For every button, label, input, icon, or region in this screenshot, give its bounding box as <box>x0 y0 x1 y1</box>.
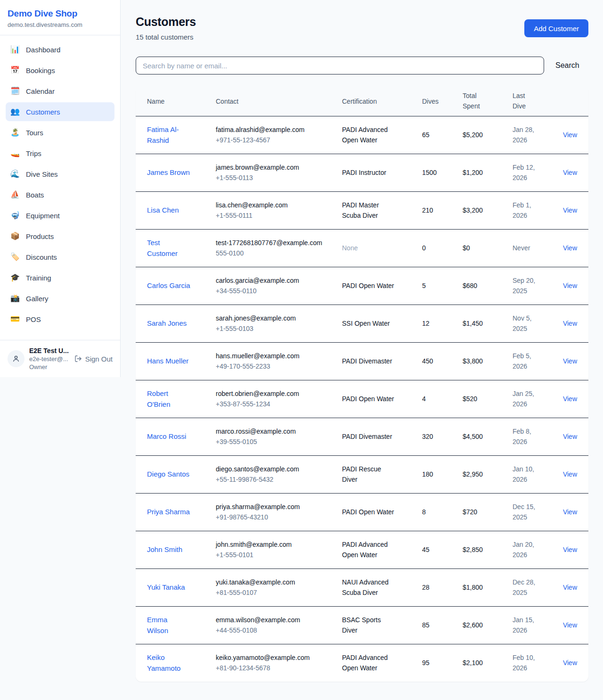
customer-name-link[interactable]: Yuki Tanaka <box>147 582 185 593</box>
customer-email: marco.rossi@example.com <box>216 426 334 436</box>
customer-dives: 320 <box>422 418 463 455</box>
sidebar-item-label: Dive Sites <box>26 171 58 178</box>
view-customer-link[interactable]: View <box>563 584 577 591</box>
customer-total-spent: $2,850 <box>463 531 513 568</box>
sidebar-item-pos[interactable]: 💳 POS <box>6 310 114 329</box>
table-row: Sarah Jones sarah.jones@example.com +1-5… <box>136 305 588 342</box>
customer-last-dive: Dec 15, 2025 <box>513 502 540 523</box>
view-customer-link[interactable]: View <box>563 357 577 365</box>
customer-name-link[interactable]: John Smith <box>147 544 182 555</box>
view-customer-link[interactable]: View <box>563 395 577 403</box>
table-row: Keiko Yamamoto keiko.yamamoto@example.co… <box>136 644 588 682</box>
customer-phone: +39-555-0105 <box>216 436 334 447</box>
customer-name-link[interactable]: Hans Mueller <box>147 355 188 366</box>
view-customer-link[interactable]: View <box>563 320 577 327</box>
view-customer-link[interactable]: View <box>563 433 577 440</box>
search-input[interactable] <box>136 57 544 74</box>
customer-certification: PADI Divemaster <box>342 356 392 366</box>
column-header-dives: Dives <box>422 87 463 116</box>
customer-email: james.brown@example.com <box>216 162 334 173</box>
customer-dives: 95 <box>422 644 463 682</box>
customer-total-spent: $5,200 <box>463 116 513 154</box>
person-icon <box>12 354 20 363</box>
customer-dives: 1500 <box>422 154 463 191</box>
sidebar-item-dive-sites[interactable]: 🌊 Dive Sites <box>6 165 114 183</box>
sidebar-item-discounts[interactable]: 🏷️ Discounts <box>6 247 114 266</box>
sidebar-item-customers[interactable]: 👥 Customers <box>6 102 114 121</box>
customer-name-link[interactable]: Test Customer <box>147 237 190 259</box>
main-content: Customers 15 total customers Add Custome… <box>136 15 588 682</box>
customer-certification: PADI Advanced Open Water <box>342 124 396 146</box>
sidebar-item-equipment[interactable]: 🤿 Equipment <box>6 206 114 225</box>
customer-email: test-1772681807767@example.com <box>216 238 334 248</box>
customer-total-spent: $1,450 <box>463 305 513 342</box>
view-customer-link[interactable]: View <box>563 546 577 553</box>
customer-total-spent: $3,800 <box>463 342 513 380</box>
customer-name-link[interactable]: Robert O'Brien <box>147 388 190 410</box>
customer-name-link[interactable]: Emma Wilson <box>147 614 190 636</box>
add-customer-button[interactable]: Add Customer <box>524 19 588 37</box>
customer-name-link[interactable]: James Brown <box>147 167 190 178</box>
page-title: Customers <box>136 15 196 29</box>
sidebar-item-label: Dashboard <box>26 46 60 53</box>
customer-name-link[interactable]: Sarah Jones <box>147 318 187 329</box>
customer-name-link[interactable]: Keiko Yamamoto <box>147 652 190 674</box>
table-row: Carlos Garcia carlos.garcia@example.com … <box>136 267 588 305</box>
customer-phone: +1-555-0113 <box>216 173 334 183</box>
customer-phone: +971-55-123-4567 <box>216 135 334 145</box>
sidebar-item-gallery[interactable]: 📸 Gallery <box>6 289 114 308</box>
customer-certification: PADI Open Water <box>342 394 394 404</box>
customer-total-spent: $1,200 <box>463 154 513 191</box>
customer-certification: BSAC Sports Diver <box>342 615 396 636</box>
customer-name-link[interactable]: Carlos Garcia <box>147 280 190 291</box>
bar-chart-icon: 📊 <box>10 46 20 53</box>
customer-total-spent: $2,100 <box>463 644 513 682</box>
customer-phone: +34-555-0110 <box>216 286 334 296</box>
table-row: Marco Rossi marco.rossi@example.com +39-… <box>136 418 588 455</box>
customer-phone: +1-555-0103 <box>216 323 334 334</box>
customer-certification: PADI Advanced Open Water <box>342 539 396 560</box>
view-customer-link[interactable]: View <box>563 508 577 516</box>
sidebar-item-training[interactable]: 🎓 Training <box>6 268 114 287</box>
view-customer-link[interactable]: View <box>563 169 577 176</box>
sidebar-item-calendar[interactable]: 🗓️ Calendar <box>6 82 114 100</box>
wave-icon: 🌊 <box>10 170 20 178</box>
customer-name-link[interactable]: Diego Santos <box>147 469 189 479</box>
view-customer-link[interactable]: View <box>563 206 577 214</box>
customer-email: john.smith@example.com <box>216 539 334 550</box>
shop-name: Demo Dive Shop <box>8 8 113 19</box>
column-header-contact: Contact <box>216 87 342 116</box>
customer-name-link[interactable]: Lisa Chen <box>147 205 179 215</box>
table-row: Priya Sharma priya.sharma@example.com +9… <box>136 493 588 531</box>
customer-last-dive: Sep 20, 2025 <box>513 275 540 296</box>
view-customer-link[interactable]: View <box>563 244 577 252</box>
sidebar-item-dashboard[interactable]: 📊 Dashboard <box>6 40 114 59</box>
customer-last-dive: Feb 5, 2026 <box>513 351 540 372</box>
customer-certification: PADI Instructor <box>342 167 386 178</box>
view-customer-link[interactable]: View <box>563 470 577 478</box>
page-header: Customers 15 total customers Add Custome… <box>136 15 588 41</box>
search-button[interactable]: Search <box>555 61 579 70</box>
view-customer-link[interactable]: View <box>563 659 577 667</box>
sign-out-button[interactable]: Sign Out <box>74 355 113 363</box>
customer-phone: +91-98765-43210 <box>216 512 334 522</box>
user-name: E2E Test U... <box>29 347 70 354</box>
customer-name-link[interactable]: Fatima Al-Rashid <box>147 124 190 146</box>
customer-email: keiko.yamamoto@example.com <box>216 652 334 663</box>
view-customer-link[interactable]: View <box>563 621 577 629</box>
customer-name-link[interactable]: Marco Rossi <box>147 431 186 442</box>
view-customer-link[interactable]: View <box>563 282 577 289</box>
customer-total-spent: $3,200 <box>463 191 513 229</box>
sidebar-item-label: Trips <box>26 150 41 157</box>
sidebar-item-products[interactable]: 📦 Products <box>6 227 114 246</box>
sidebar-item-trips[interactable]: 🚤 Trips <box>6 144 114 163</box>
customer-email: yuki.tanaka@example.com <box>216 577 334 587</box>
customer-certification: SSI Open Water <box>342 318 390 329</box>
customer-name-link[interactable]: Priya Sharma <box>147 506 190 517</box>
sidebar-item-boats[interactable]: ⛵ Boats <box>6 185 114 204</box>
table-row: Test Customer test-1772681807767@example… <box>136 229 588 267</box>
sidebar-item-bookings[interactable]: 📅 Bookings <box>6 61 114 80</box>
sidebar-item-tours[interactable]: 🏝️ Tours <box>6 123 114 142</box>
view-customer-link[interactable]: View <box>563 131 577 139</box>
table-row: John Smith john.smith@example.com +1-555… <box>136 531 588 568</box>
